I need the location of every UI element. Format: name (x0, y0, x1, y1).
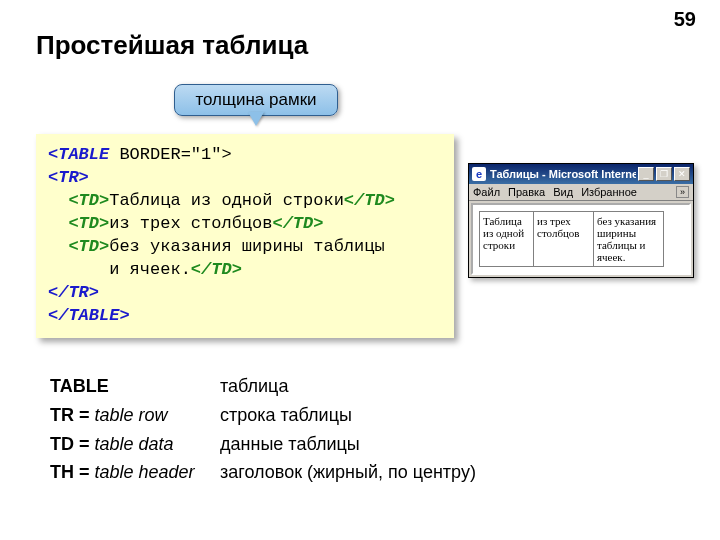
table-cell: без указания ширины таблицы и ячеек. (594, 212, 664, 267)
code-td-tag: <TD> (68, 191, 109, 210)
table-cell: Таблица из одной строки (480, 212, 534, 267)
menu-edit[interactable]: Правка (508, 186, 545, 198)
code-line: </TABLE> (48, 305, 442, 328)
window-title: Таблицы - Microsoft Internet E... (490, 168, 636, 180)
close-button[interactable]: ✕ (674, 167, 690, 181)
code-line: <TD>Таблица из одной строки</TD> (48, 190, 442, 213)
code-line: <TR> (48, 167, 442, 190)
code-line: <TD>из трех столбцов</TD> (48, 213, 442, 236)
menu-favorites[interactable]: Избранное (581, 186, 637, 198)
legend-row: TR = table row строка таблицы (50, 401, 476, 430)
code-line: <TD>без указания ширины таблицы (48, 236, 442, 259)
titlebar: e Таблицы - Microsoft Internet E... _ ❐ … (469, 164, 693, 184)
browser-content: Таблица из одной строки из трех столбцов… (471, 203, 691, 275)
code-text: и ячеек. (109, 260, 191, 279)
code-text: из трех столбцов (109, 214, 272, 233)
menu-more-icon[interactable]: » (676, 186, 689, 198)
code-text: Таблица из одной строки (109, 191, 344, 210)
menubar: Файл Правка Вид Избранное » (469, 184, 693, 201)
legend-row: TH = table header заголовок (жирный, по … (50, 458, 476, 487)
legend-term: TABLE (50, 372, 220, 401)
code-keyword: <TR> (48, 168, 89, 187)
legend-def: заголовок (жирный, по центру) (220, 458, 476, 487)
table-row: Таблица из одной строки из трех столбцов… (480, 212, 664, 267)
legend-term: TH = table header (50, 458, 220, 487)
legend-row: TABLE таблица (50, 372, 476, 401)
page-number: 59 (674, 8, 696, 31)
menu-file[interactable]: Файл (473, 186, 500, 198)
code-td-tag: <TD> (68, 237, 109, 256)
legend-def: строка таблицы (220, 401, 352, 430)
code-keyword: </TR> (48, 283, 99, 302)
maximize-button[interactable]: ❐ (656, 167, 672, 181)
browser-window: e Таблицы - Microsoft Internet E... _ ❐ … (468, 163, 694, 278)
code-td-tag: <TD> (68, 214, 109, 233)
legend-def: таблица (220, 372, 288, 401)
legend-row: TD = table data данные таблицы (50, 430, 476, 459)
code-keyword: <TABLE (48, 145, 109, 164)
code-block: <TABLE BORDER="1"> <TR> <TD>Таблица из о… (36, 134, 454, 338)
code-keyword: </TABLE> (48, 306, 130, 325)
result-table: Таблица из одной строки из трех столбцов… (479, 211, 664, 267)
table-cell: из трех столбцов (534, 212, 594, 267)
page-title: Простейшая таблица (36, 30, 308, 61)
code-td-tag: </TD> (191, 260, 242, 279)
legend-term: TR = table row (50, 401, 220, 430)
minimize-button[interactable]: _ (638, 167, 654, 181)
ie-icon: e (472, 167, 486, 181)
code-td-tag: </TD> (272, 214, 323, 233)
legend-def: данные таблицы (220, 430, 360, 459)
menu-view[interactable]: Вид (553, 186, 573, 198)
legend: TABLE таблица TR = table row строка табл… (50, 372, 476, 487)
code-td-tag: </TD> (344, 191, 395, 210)
code-line: </TR> (48, 282, 442, 305)
code-text: без указания ширины таблицы (109, 237, 384, 256)
legend-term: TD = table data (50, 430, 220, 459)
callout-tail (248, 112, 264, 126)
code-text: BORDER="1"> (109, 145, 231, 164)
code-line: <TABLE BORDER="1"> (48, 144, 442, 167)
code-line: и ячеек.</TD> (48, 259, 442, 282)
